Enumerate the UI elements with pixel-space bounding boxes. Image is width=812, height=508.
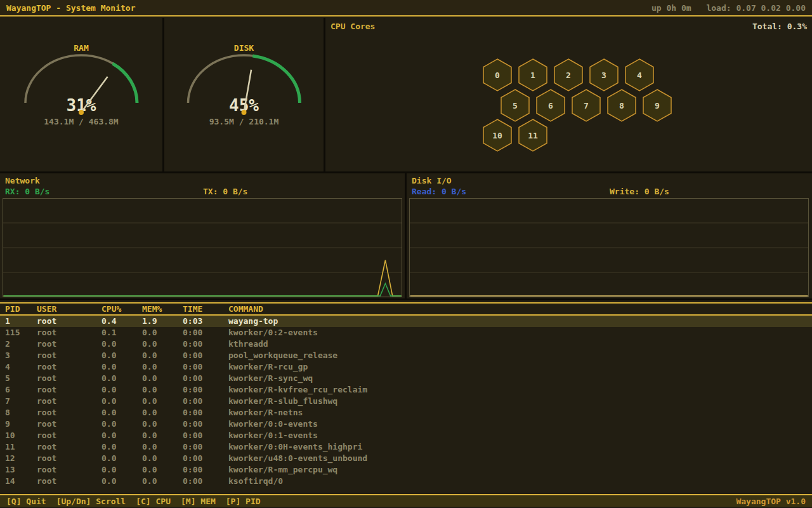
cpu-core-hex-9: 9: [643, 90, 671, 121]
cell-command: pool_workqueue_release: [228, 350, 812, 361]
wayangtop-app: WayangTOP - System Monitor up 0h 0m load…: [0, 0, 812, 508]
cpu-core-hex-10: 10: [483, 119, 511, 151]
cell-cpu: 0.0: [102, 396, 142, 407]
cell-mem: 0.0: [142, 327, 183, 338]
cell-pid: 9: [5, 418, 37, 430]
cell-command: kworker/R-sync_wq: [228, 373, 812, 384]
cell-time: 0:03: [183, 316, 228, 327]
process-row-pid-6[interactable]: 6root0.00.00:00kworker/R-kvfree_rcu_recl…: [0, 384, 812, 396]
process-row-pid-9[interactable]: 9root0.00.00:00kworker/0:0-events: [0, 418, 812, 430]
cell-cpu: 0.0: [102, 464, 142, 476]
cell-user: root: [37, 453, 102, 464]
cell-time: 0:00: [183, 418, 228, 430]
cpu-core-hex-7: 7: [572, 90, 600, 121]
cpu-core-hex-3: 3: [590, 59, 618, 91]
cell-command: kthreadd: [228, 338, 812, 350]
ram-gauge-title: RAM: [74, 43, 89, 53]
ram-gauge: RAM31%143.1M / 463.8M: [0, 18, 162, 171]
shortcut-q-quit[interactable]: [Q] Quit: [6, 497, 46, 506]
cpu-core-number: 1: [530, 70, 535, 80]
cell-user: root: [37, 407, 102, 418]
cell-pid: 2: [5, 338, 37, 350]
column-header-pid[interactable]: PID: [5, 304, 37, 314]
shortcut-m-mem[interactable]: [M] MEM: [181, 497, 216, 506]
cell-pid: 13: [5, 464, 37, 476]
cell-user: root: [37, 350, 102, 361]
system-stats: up 0h 0m load: 0.07 0.02 0.00: [641, 3, 806, 13]
cell-time: 0:00: [183, 396, 228, 407]
cell-cpu: 0.0: [102, 350, 142, 361]
network-panel: Network RX: 0 B/s TX: 0 B/s: [0, 173, 405, 298]
disk-io-title: Disk I/O: [412, 176, 452, 185]
disk-gauge-value-arc: [252, 56, 299, 103]
cell-time: 0:00: [183, 453, 228, 464]
cpu-core-hex-8: 8: [608, 90, 636, 121]
ram-gauge-value-arc: [112, 64, 137, 103]
process-table-rows: 1root0.41.90:03wayang-top115root0.10.00:…: [0, 316, 812, 487]
cell-mem: 0.0: [142, 464, 183, 476]
cell-mem: 0.0: [142, 453, 183, 464]
column-header-mem[interactable]: MEM%: [142, 304, 183, 314]
cell-pid: 14: [5, 476, 37, 487]
cell-cpu: 0.0: [102, 430, 142, 441]
cell-pid: 1: [5, 316, 37, 327]
shortcut-c-cpu[interactable]: [C] CPU: [136, 497, 171, 506]
cell-user: root: [37, 418, 102, 430]
cpu-core-hex-11: 11: [519, 119, 547, 151]
cell-pid: 6: [5, 384, 37, 396]
process-row-pid-4[interactable]: 4root0.00.00:00kworker/R-rcu_gp: [0, 361, 812, 373]
cell-cpu: 0.0: [102, 453, 142, 464]
cpu-core-hex-2: 2: [554, 59, 582, 91]
cpu-core-hex-grid: 01234567891011: [325, 18, 812, 171]
cell-command: kworker/R-rcu_gp: [228, 361, 812, 373]
cell-mem: 0.0: [142, 430, 183, 441]
cell-user: root: [37, 441, 102, 453]
cell-mem: 0.0: [142, 338, 183, 350]
disk-read-label: Read: 0 B/s: [412, 187, 466, 196]
ram-gauge-detail: 143.1M / 463.8M: [44, 117, 119, 126]
cell-command: kworker/0:0H-events_highpri: [228, 441, 812, 453]
cell-time: 0:00: [183, 407, 228, 418]
cell-pid: 11: [5, 441, 37, 453]
process-row-pid-5[interactable]: 5root0.00.00:00kworker/R-sync_wq: [0, 373, 812, 384]
shortcut-p-pid[interactable]: [P] PID: [226, 497, 261, 506]
shortcut-up-dn-scroll[interactable]: [Up/Dn] Scroll: [56, 497, 126, 506]
process-row-pid-11[interactable]: 11root0.00.00:00kworker/0:0H-events_high…: [0, 441, 812, 453]
cpu-core-number: 6: [548, 101, 553, 110]
process-row-pid-8[interactable]: 8root0.00.00:00kworker/R-netns: [0, 407, 812, 418]
cell-command: kworker/u48:0-events_unbound: [228, 453, 812, 464]
process-row-pid-7[interactable]: 7root0.00.00:00kworker/R-slub_flushwq: [0, 396, 812, 407]
process-row-pid-1[interactable]: 1root0.41.90:03wayang-top: [0, 316, 812, 327]
network-tx-label: TX: 0 B/s: [203, 187, 247, 196]
process-row-pid-2[interactable]: 2root0.00.00:00kthreadd: [0, 338, 812, 350]
disk-gauge-detail: 93.5M / 210.1M: [209, 117, 279, 126]
cpu-core-number: 8: [619, 101, 624, 110]
process-row-pid-12[interactable]: 12root0.00.00:00kworker/u48:0-events_unb…: [0, 453, 812, 464]
cell-user: root: [37, 316, 102, 327]
cell-command: kworker/R-kvfree_rcu_reclaim: [228, 384, 812, 396]
cpu-core-number: 4: [637, 70, 642, 80]
process-row-pid-13[interactable]: 13root0.00.00:00kworker/R-mm_percpu_wq: [0, 464, 812, 476]
column-header-cpu[interactable]: CPU%: [102, 304, 142, 314]
process-table-panel: PIDUSERCPU%MEM%TIMECOMMAND 1root0.41.90:…: [0, 300, 812, 494]
ram-gauge-panel: RAM31%143.1M / 463.8M: [0, 18, 162, 171]
column-header-command[interactable]: COMMAND: [228, 304, 812, 314]
process-row-pid-115[interactable]: 115root0.10.00:00kworker/0:2-events: [0, 327, 812, 338]
process-row-pid-10[interactable]: 10root0.00.00:00kworker/0:1-events: [0, 430, 812, 441]
disk-gauge-panel: DISK45%93.5M / 210.1M: [164, 18, 324, 171]
cpu-core-number: 2: [566, 70, 571, 80]
cell-time: 0:00: [183, 384, 228, 396]
process-row-pid-14[interactable]: 14root0.00.00:00ksoftirqd/0: [0, 476, 812, 487]
cell-user: root: [37, 361, 102, 373]
network-chart: [3, 198, 402, 297]
app-version: WayangTOP v1.0: [736, 497, 806, 506]
cell-mem: 1.9: [142, 316, 183, 327]
column-header-time[interactable]: TIME: [183, 304, 228, 314]
process-row-pid-3[interactable]: 3root0.00.00:00pool_workqueue_release: [0, 350, 812, 361]
cell-mem: 0.0: [142, 350, 183, 361]
cpu-core-hex-0: 0: [483, 59, 511, 91]
cell-pid: 10: [5, 430, 37, 441]
cell-mem: 0.0: [142, 476, 183, 487]
column-header-user[interactable]: USER: [37, 304, 102, 314]
cpu-core-hex-4: 4: [625, 59, 653, 91]
